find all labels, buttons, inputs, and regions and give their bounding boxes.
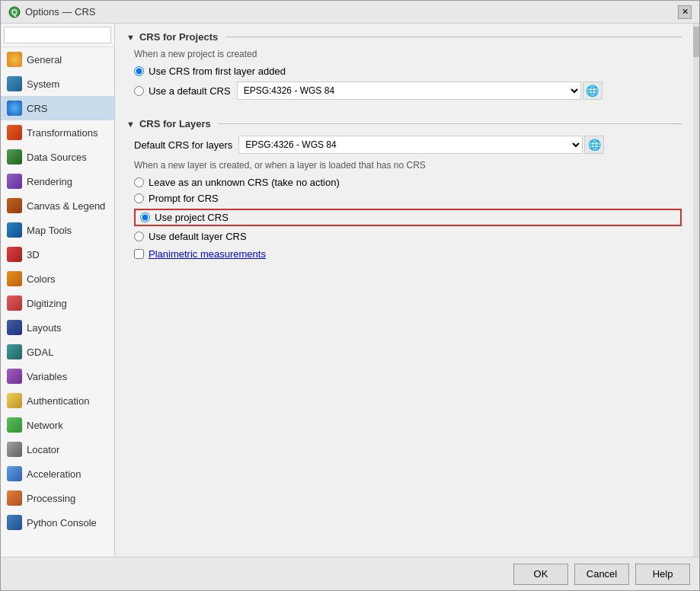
sidebar-item-3d[interactable]: 3D bbox=[1, 242, 114, 267]
use-crs-first-layer-option[interactable]: Use CRS from first layer added bbox=[134, 65, 682, 77]
leave-unknown-crs-label: Leave as an unknown CRS (take no action) bbox=[149, 177, 340, 188]
planimetric-measurements-item: Planimetric measurements bbox=[134, 248, 682, 260]
leave-unknown-crs-radio[interactable] bbox=[134, 177, 144, 187]
sidebar-scrollbar[interactable] bbox=[693, 24, 699, 557]
crs-for-projects-content: When a new project is created Use CRS fr… bbox=[126, 49, 682, 106]
use-default-crs-field: Use a default CRS EPSG:4326 - WGS 84 🌐 bbox=[134, 81, 682, 100]
prompt-for-crs-option[interactable]: Prompt for CRS bbox=[134, 193, 682, 204]
sidebar-label-general: General bbox=[27, 54, 62, 65]
arrow-icon: ▼ bbox=[126, 33, 135, 42]
sidebar-item-crs[interactable]: CRS bbox=[1, 96, 114, 120]
use-crs-first-layer-radio[interactable] bbox=[134, 66, 144, 76]
sidebar-label-digitizing: Digitizing bbox=[27, 298, 67, 309]
search-input[interactable] bbox=[4, 27, 111, 43]
sidebar-item-digitizing[interactable]: Digitizing bbox=[1, 291, 114, 315]
planimetric-measurements-label[interactable]: Planimetric measurements bbox=[149, 248, 266, 260]
use-project-crs-label: Use project CRS bbox=[155, 212, 229, 223]
sidebar-item-variables[interactable]: Variables bbox=[1, 364, 114, 388]
variables-icon bbox=[7, 369, 22, 384]
sidebar-label-3d: 3D bbox=[27, 249, 40, 260]
divider bbox=[225, 37, 682, 37]
default-crs-select[interactable]: EPSG:4326 - WGS 84 bbox=[237, 81, 581, 100]
crs-for-layers-header: ▼ CRS for Layers bbox=[126, 118, 682, 129]
3d-icon bbox=[7, 247, 22, 262]
use-project-crs-radio[interactable] bbox=[140, 212, 150, 222]
main-panel: ▼ CRS for Projects When a new project is… bbox=[115, 24, 693, 557]
use-project-crs-highlighted[interactable]: Use project CRS bbox=[134, 209, 682, 226]
planimetric-measurements-checkbox[interactable] bbox=[134, 249, 144, 259]
sidebar-label-authentication: Authentication bbox=[27, 395, 89, 407]
leave-unknown-crs-option[interactable]: Leave as an unknown CRS (take no action) bbox=[134, 177, 682, 188]
sidebar-item-layouts[interactable]: Layouts bbox=[1, 315, 114, 340]
options-window: Q Options — CRS ✕ General System CRS Tra… bbox=[0, 0, 700, 591]
layers-info-text: When a new layer is created, or when a l… bbox=[134, 160, 682, 171]
layers-crs-combo: EPSG:4326 - WGS 84 🌐 bbox=[238, 136, 604, 154]
general-icon bbox=[7, 52, 22, 67]
crs-for-layers-content: Default CRS for layers EPSG:4326 - WGS 8… bbox=[126, 136, 682, 260]
help-button[interactable]: Help bbox=[635, 564, 690, 585]
use-default-crs-option[interactable]: Use a default CRS bbox=[134, 85, 231, 97]
sidebar: General System CRS Transformations Data … bbox=[1, 24, 115, 557]
default-crs-combo: EPSG:4326 - WGS 84 🌐 bbox=[237, 81, 603, 100]
search-box bbox=[1, 24, 114, 47]
crs-for-projects-title: CRS for Projects bbox=[139, 31, 218, 43]
sidebar-label-gdal: GDAL bbox=[27, 347, 53, 358]
network-icon bbox=[7, 417, 22, 433]
sidebar-label-canvas-legend: Canvas & Legend bbox=[27, 200, 105, 212]
sidebar-scrollbar-thumb[interactable] bbox=[693, 27, 699, 57]
maptools-icon bbox=[7, 222, 22, 238]
cancel-button[interactable]: Cancel bbox=[574, 564, 629, 585]
sidebar-item-rendering[interactable]: Rendering bbox=[1, 169, 114, 193]
use-default-layer-crs-radio[interactable] bbox=[134, 232, 144, 241]
default-crs-layers-label: Default CRS for layers bbox=[134, 139, 232, 151]
sidebar-item-system[interactable]: System bbox=[1, 72, 114, 96]
system-icon bbox=[7, 76, 22, 91]
sidebar-item-processing[interactable]: Processing bbox=[1, 486, 114, 510]
crs-globe-button[interactable]: 🌐 bbox=[583, 81, 603, 100]
python-icon bbox=[7, 515, 22, 530]
sidebar-item-python-console[interactable]: Python Console bbox=[1, 510, 114, 535]
gdal-icon bbox=[7, 344, 22, 359]
sidebar-label-colors: Colors bbox=[27, 273, 56, 285]
sidebar-label-acceleration: Acceleration bbox=[27, 468, 82, 480]
use-default-layer-crs-option[interactable]: Use default layer CRS bbox=[134, 231, 682, 242]
sidebar-label-python-console: Python Console bbox=[27, 517, 97, 529]
divider-2 bbox=[219, 123, 682, 124]
digitizing-icon bbox=[7, 296, 22, 311]
prompt-for-crs-radio[interactable] bbox=[134, 193, 144, 203]
crs-icon bbox=[7, 101, 22, 116]
sidebar-label-locator: Locator bbox=[27, 444, 59, 455]
use-default-crs-label: Use a default CRS bbox=[149, 85, 231, 97]
sidebar-item-transformations[interactable]: Transformations bbox=[1, 120, 114, 145]
sidebar-item-network[interactable]: Network bbox=[1, 413, 114, 437]
transformations-icon bbox=[7, 125, 22, 140]
layers-crs-select[interactable]: EPSG:4326 - WGS 84 bbox=[238, 136, 583, 154]
sidebar-item-locator[interactable]: Locator bbox=[1, 437, 114, 462]
crs-projects-radio-group: Use CRS from first layer added Use a def… bbox=[134, 65, 682, 106]
sidebar-item-colors[interactable]: Colors bbox=[1, 267, 114, 291]
sidebar-label-crs: CRS bbox=[27, 103, 47, 114]
canvas-icon bbox=[7, 198, 22, 213]
sidebar-item-authentication[interactable]: Authentication bbox=[1, 388, 114, 413]
acceleration-icon bbox=[7, 466, 22, 481]
use-default-crs-radio[interactable] bbox=[134, 86, 144, 96]
sidebar-item-acceleration[interactable]: Acceleration bbox=[1, 462, 114, 486]
processing-icon bbox=[7, 490, 22, 506]
sidebar-label-transformations: Transformations bbox=[27, 127, 97, 139]
close-button[interactable]: ✕ bbox=[678, 5, 692, 19]
layers-crs-globe-button[interactable]: 🌐 bbox=[584, 136, 604, 154]
main-content: General System CRS Transformations Data … bbox=[1, 24, 699, 557]
colors-icon bbox=[7, 271, 22, 286]
sidebar-item-map-tools[interactable]: Map Tools bbox=[1, 218, 114, 242]
sidebar-item-canvas-legend[interactable]: Canvas & Legend bbox=[1, 193, 114, 218]
locator-icon bbox=[7, 442, 22, 457]
sidebar-item-gdal[interactable]: GDAL bbox=[1, 340, 114, 364]
sidebar-label-processing: Processing bbox=[27, 493, 75, 504]
crs-for-layers-section: ▼ CRS for Layers Default CRS for layers … bbox=[126, 118, 682, 260]
ok-button[interactable]: OK bbox=[513, 564, 568, 585]
sidebar-item-data-sources[interactable]: Data Sources bbox=[1, 145, 114, 169]
sidebar-item-general[interactable]: General bbox=[1, 47, 114, 72]
app-icon: Q bbox=[8, 6, 21, 18]
auth-icon bbox=[7, 393, 22, 408]
crs-for-layers-title: CRS for Layers bbox=[139, 118, 211, 129]
